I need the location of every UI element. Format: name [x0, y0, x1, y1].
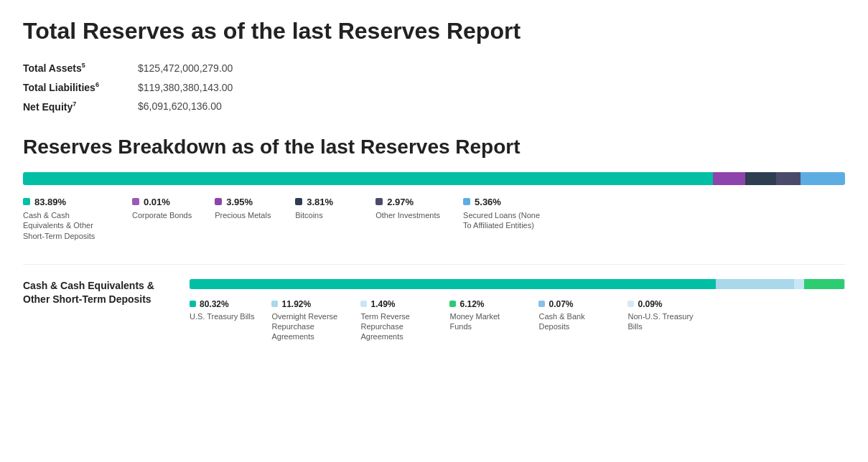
main-bar-segment-2 [713, 172, 745, 185]
main-title: Total Reserves as of the last Reserves R… [23, 17, 845, 44]
fin-row-assets: Total Assets5 $125,472,000,279.00 [23, 62, 845, 74]
fin-label-assets: Total Assets5 [23, 62, 138, 74]
sub-legend-swatch-0 [190, 301, 196, 307]
fin-label-liabilities: Total Liabilities6 [23, 81, 138, 93]
sub-legend-pct-3: 6.12% [459, 299, 484, 309]
legend-pct-2: 3.95% [226, 197, 253, 207]
sub-legend-desc-2: Term Reverse Repurchase Agreements [360, 311, 432, 342]
legend-swatch-5 [463, 198, 470, 205]
financials-section: Total Assets5 $125,472,000,279.00 Total … [23, 62, 845, 112]
legend-desc-0: Cash & Cash Equivalents & Other Short-Te… [23, 210, 109, 241]
legend-swatch-2 [215, 198, 222, 205]
sub-chart: 80.32%U.S. Treasury Bills11.92%Overnight… [190, 279, 845, 342]
sub-legend-item-5: 0.09%Non-U.S. Treasury Bills [627, 299, 699, 342]
legend-pct-1: 0.01% [144, 197, 170, 207]
main-legend-item-1: 0.01%Corporate Bonds [132, 197, 192, 241]
sub-legend: 80.32%U.S. Treasury Bills11.92%Overnight… [190, 299, 845, 342]
sub-legend-item-4: 0.07%Cash & Bank Deposits [538, 299, 610, 342]
sub-bar-segment-2 [794, 279, 804, 289]
sub-legend-pct-2: 1.49% [370, 299, 395, 309]
sub-legend-swatch-5 [627, 301, 634, 307]
legend-swatch-3 [295, 198, 302, 205]
main-legend: 83.89%Cash & Cash Equivalents & Other Sh… [23, 197, 845, 241]
sub-bar-segment-1 [716, 279, 794, 289]
legend-pct-4: 2.97% [387, 197, 414, 207]
legend-desc-1: Corporate Bonds [132, 210, 192, 220]
sub-legend-desc-4: Cash & Bank Deposits [538, 311, 610, 332]
sub-legend-swatch-1 [271, 301, 278, 307]
fin-value-assets: $125,472,000,279.00 [138, 62, 233, 74]
sub-legend-item-0: 80.32%U.S. Treasury Bills [190, 299, 254, 342]
fin-row-equity: Net Equity7 $6,091,620,136.00 [23, 100, 845, 113]
fin-value-equity: $6,091,620,136.00 [138, 100, 222, 112]
main-bar-segment-5 [801, 172, 844, 185]
sub-legend-desc-1: Overnight Reverse Repurchase Agreements [271, 311, 343, 342]
sub-bar-segment-3 [804, 279, 844, 289]
sub-legend-swatch-2 [360, 301, 367, 307]
main-bar-track [23, 172, 845, 185]
sub-legend-pct-4: 0.07% [549, 299, 573, 309]
sub-legend-desc-3: Money Market Funds [449, 311, 521, 332]
sub-section-label: Cash & Cash Equivalents & Other Short-Te… [23, 279, 167, 342]
sub-bar-track [190, 279, 845, 289]
sub-section: Cash & Cash Equivalents & Other Short-Te… [23, 264, 845, 342]
sub-legend-desc-5: Non-U.S. Treasury Bills [627, 311, 699, 332]
legend-swatch-0 [23, 198, 30, 205]
fin-value-liabilities: $119,380,380,143.00 [138, 82, 233, 93]
legend-swatch-4 [375, 198, 383, 205]
fin-label-equity: Net Equity7 [23, 100, 138, 113]
legend-desc-3: Bitcoins [295, 210, 353, 220]
main-bar-section: 83.89%Cash & Cash Equivalents & Other Sh… [23, 172, 845, 241]
main-legend-item-3: 3.81%Bitcoins [295, 197, 353, 241]
main-bar-segment-4 [776, 172, 801, 185]
breakdown-title: Reserves Breakdown as of the last Reserv… [23, 135, 845, 159]
sub-legend-item-3: 6.12%Money Market Funds [449, 299, 521, 342]
sub-legend-item-1: 11.92%Overnight Reverse Repurchase Agree… [271, 299, 343, 342]
sub-bar-segment-5 [844, 279, 845, 289]
main-legend-item-2: 3.95%Precious Metals [215, 197, 272, 241]
sub-legend-pct-1: 11.92% [281, 299, 311, 309]
legend-swatch-1 [132, 198, 139, 205]
fin-row-liabilities: Total Liabilities6 $119,380,380,143.00 [23, 81, 845, 93]
main-legend-item-0: 83.89%Cash & Cash Equivalents & Other Sh… [23, 197, 109, 241]
sub-legend-swatch-3 [449, 301, 456, 307]
legend-desc-2: Precious Metals [215, 210, 272, 220]
legend-pct-5: 5.36% [475, 197, 501, 207]
legend-desc-4: Other Investments [375, 210, 440, 220]
sub-legend-pct-0: 80.32% [200, 299, 229, 309]
sub-legend-swatch-4 [538, 301, 545, 307]
legend-desc-5: Secured Loans (None To Affiliated Entiti… [463, 210, 549, 231]
legend-pct-0: 83.89% [34, 197, 66, 207]
legend-pct-3: 3.81% [307, 197, 333, 207]
main-bar-segment-3 [745, 172, 777, 185]
sub-legend-desc-0: U.S. Treasury Bills [190, 311, 254, 321]
main-bar-segment-0 [23, 172, 713, 185]
main-legend-item-5: 5.36%Secured Loans (None To Affiliated E… [463, 197, 549, 241]
sub-bar-segment-0 [190, 279, 716, 289]
main-legend-item-4: 2.97%Other Investments [375, 197, 440, 241]
sub-legend-item-2: 1.49%Term Reverse Repurchase Agreements [360, 299, 432, 342]
sub-legend-pct-5: 0.09% [638, 299, 662, 309]
